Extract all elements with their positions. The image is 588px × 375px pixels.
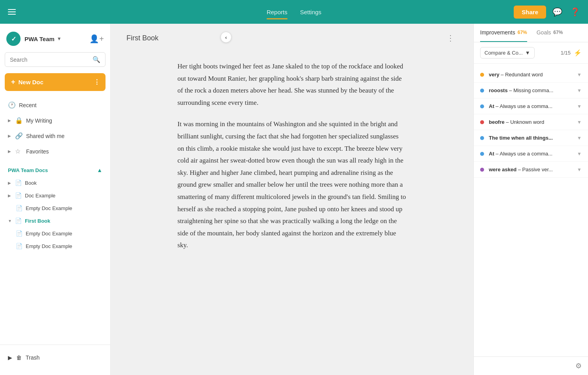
- expand-arrow-icon: ▶: [8, 149, 11, 153]
- tree-item-doc-example[interactable]: ▶ 📄 Doc Example: [0, 189, 110, 202]
- doc-title: First Book: [126, 34, 158, 42]
- improvement-item[interactable]: At – Always use a comma...▼: [474, 98, 588, 114]
- improvement-text: very – Redundant word: [489, 72, 572, 78]
- team-name[interactable]: PWA Team ▼: [24, 36, 62, 42]
- improvement-text: beofre – Unknown word: [489, 119, 572, 125]
- counter-text: 1/15: [561, 50, 571, 56]
- improvement-item[interactable]: very – Redundant word▼: [474, 67, 588, 83]
- expand-arrow-icon: ▶: [8, 354, 12, 361]
- file-icon: 📄: [16, 205, 23, 211]
- doc-menu-button[interactable]: ⋮: [443, 32, 458, 44]
- doc-header: First Book ⋮: [111, 24, 473, 49]
- file-icon: 📄: [16, 230, 23, 237]
- doc-content[interactable]: Her tight boots twinged her feet as Jane…: [154, 49, 430, 273]
- tree-item-first-book[interactable]: ▼ 📄 First Book: [0, 214, 110, 227]
- more-options-icon: ⋮: [94, 78, 101, 86]
- dot-indicator: [480, 104, 484, 108]
- improvements-badge: 67%: [518, 30, 527, 35]
- main-layout: ✓ PWA Team ▼ 👤+ 🔍 + New Doc ⋮ 🕐 Recent: [0, 24, 588, 375]
- share-icon: 🔗: [15, 132, 22, 140]
- tab-improvements[interactable]: Improvements 67%: [480, 24, 527, 42]
- improvement-text: were asked – Passive ver...: [489, 167, 572, 172]
- expand-arrow-icon: ▼: [8, 219, 12, 223]
- search-bar[interactable]: 🔍: [5, 52, 106, 67]
- sidebar-item-favorites[interactable]: ▶ ☆ Favorites: [0, 144, 110, 159]
- trash-item[interactable]: ▶ 🗑 Trash: [0, 350, 110, 366]
- improvement-item[interactable]: rooosts – Missing comma...▼: [474, 83, 588, 98]
- document-content-area: First Book ⋮ Her tight boots twinged her…: [111, 24, 473, 375]
- recent-icon: 🕐: [8, 101, 15, 109]
- improvement-expand-button[interactable]: ▼: [577, 72, 582, 78]
- improvement-expand-button[interactable]: ▼: [577, 104, 582, 109]
- navbar: Reports Settings Share 💬 ❓: [0, 0, 588, 24]
- center-and-right: ‹ First Book ⋮ Her tight boots twinged h…: [111, 24, 588, 375]
- settings-button[interactable]: ⚙: [575, 362, 582, 370]
- goals-badge: 67%: [553, 30, 563, 35]
- search-input[interactable]: [10, 57, 89, 63]
- tab-settings[interactable]: Settings: [300, 6, 321, 19]
- team-name-area: ✓ PWA Team ▼: [6, 32, 62, 46]
- sidebar-header: ✓ PWA Team ▼ 👤+: [0, 28, 110, 52]
- navbar-left: [6, 8, 17, 16]
- file-icon: 📄: [15, 218, 22, 224]
- filter-button[interactable]: ⚡: [574, 49, 582, 57]
- dot-indicator: [480, 168, 484, 172]
- chevron-left-icon: ‹: [225, 34, 227, 40]
- lock-icon: 🔒: [15, 117, 22, 124]
- dot-indicator: [480, 136, 484, 140]
- improvements-list: very – Redundant word▼rooosts – Missing …: [474, 64, 588, 356]
- improvement-text: rooosts – Missing comma...: [489, 87, 572, 93]
- navbar-right: Share 💬 ❓: [514, 6, 582, 19]
- add-member-button[interactable]: 👤+: [89, 34, 104, 44]
- expand-arrow-icon: ▶: [8, 181, 12, 185]
- improvement-expand-button[interactable]: ▼: [577, 88, 582, 93]
- expand-arrow-icon: ▶: [8, 193, 12, 198]
- paragraph-1: Her tight boots twinged her feet as Jane…: [177, 61, 407, 109]
- tab-goals[interactable]: Goals 67%: [537, 24, 563, 42]
- team-logo: ✓: [6, 32, 21, 46]
- dot-indicator: [480, 73, 484, 77]
- tree-item-empty-doc-3[interactable]: 📄 Empty Doc Example: [0, 240, 110, 252]
- search-icon: 🔍: [92, 56, 100, 63]
- sidebar: ✓ PWA Team ▼ 👤+ 🔍 + New Doc ⋮ 🕐 Recent: [0, 24, 111, 375]
- tab-reports[interactable]: Reports: [267, 6, 288, 19]
- tree-item-book[interactable]: ▶ 📄 Book: [0, 176, 110, 189]
- improvement-text: At – Always use a comma...: [489, 103, 572, 109]
- sidebar-item-recent[interactable]: 🕐 Recent: [0, 97, 110, 113]
- improvement-expand-button[interactable]: ▼: [577, 135, 582, 141]
- improvement-item[interactable]: At – Always use a comma...▼: [474, 146, 588, 162]
- sidebar-nav: 🕐 Recent ▶ 🔒 My Writing ▶ 🔗 Shared with …: [0, 94, 110, 162]
- improvement-item[interactable]: were asked – Passive ver...▼: [474, 162, 588, 178]
- sidebar-item-shared[interactable]: ▶ 🔗 Shared with me: [0, 128, 110, 144]
- hamburger-button[interactable]: [6, 8, 17, 16]
- dropdown-chevron-icon: ▼: [525, 50, 530, 56]
- trash-icon: 🗑: [16, 354, 22, 361]
- file-icon: 📄: [15, 180, 22, 186]
- improvement-item[interactable]: beofre – Unknown word▼: [474, 114, 588, 130]
- improvement-expand-button[interactable]: ▼: [577, 151, 582, 157]
- tree-item-empty-doc-1[interactable]: 📄 Empty Doc Example: [0, 202, 110, 214]
- improvement-item[interactable]: The time when all things... ▼: [474, 130, 588, 146]
- help-button[interactable]: ❓: [569, 6, 582, 18]
- chat-button[interactable]: 💬: [551, 6, 564, 18]
- sidebar-item-my-writing[interactable]: ▶ 🔒 My Writing: [0, 113, 110, 128]
- improvement-expand-button[interactable]: ▼: [577, 167, 582, 172]
- improvement-expand-button[interactable]: ▼: [577, 119, 582, 125]
- expand-arrow-icon: ▶: [8, 134, 11, 138]
- dot-indicator: [480, 152, 484, 156]
- dot-indicator: [480, 89, 484, 93]
- collapse-sidebar-button[interactable]: ‹: [220, 32, 232, 43]
- right-panel: Improvements 67% Goals 67% Compare & Co.…: [473, 24, 588, 375]
- paragraph-2: It was morning in the mountains of Washi…: [177, 118, 407, 252]
- collapse-arrow-icon: ▲: [97, 167, 102, 173]
- expand-arrow-icon: ▶: [8, 118, 11, 123]
- new-doc-button[interactable]: + New Doc ⋮: [5, 73, 106, 91]
- compare-dropdown-button[interactable]: Compare & Co... ▼: [480, 47, 535, 59]
- pwa-team-docs-section[interactable]: PWA Team Docs ▲: [0, 162, 110, 176]
- panel-tabs: Improvements 67% Goals 67%: [474, 24, 588, 42]
- share-button[interactable]: Share: [514, 6, 546, 19]
- team-chevron-icon: ▼: [57, 36, 62, 42]
- dot-indicator: [480, 120, 484, 124]
- tree-item-empty-doc-2[interactable]: 📄 Empty Doc Example: [0, 227, 110, 240]
- star-icon: ☆: [15, 148, 22, 155]
